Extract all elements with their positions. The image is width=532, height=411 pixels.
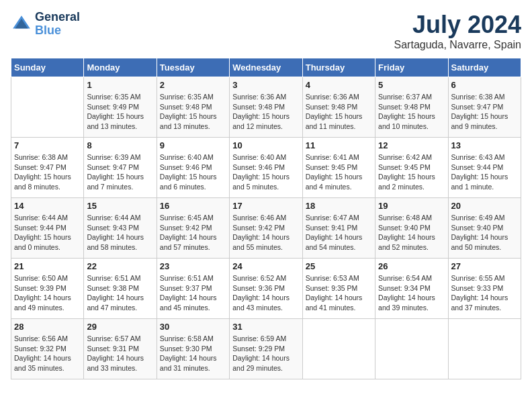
day-number: 7 [14, 140, 81, 150]
calendar-cell: 27Sunrise: 6:55 AM Sunset: 9:33 PM Dayli… [448, 259, 521, 319]
calendar-cell [302, 319, 375, 379]
weekday-header: Sunday [11, 58, 84, 77]
day-info: Sunrise: 6:52 AM Sunset: 9:36 PM Dayligh… [232, 273, 299, 313]
day-number: 13 [451, 140, 518, 150]
day-info: Sunrise: 6:39 AM Sunset: 9:47 PM Dayligh… [87, 152, 153, 192]
day-info: Sunrise: 6:56 AM Sunset: 9:32 PM Dayligh… [14, 334, 81, 373]
day-number: 24 [232, 261, 299, 271]
calendar-cell: 4Sunrise: 6:36 AM Sunset: 9:48 PM Daylig… [302, 77, 375, 138]
calendar-header-row: SundayMondayTuesdayWednesdayThursdayFrid… [11, 58, 521, 77]
calendar-cell: 17Sunrise: 6:46 AM Sunset: 9:42 PM Dayli… [230, 198, 302, 259]
calendar-cell: 24Sunrise: 6:52 AM Sunset: 9:36 PM Dayli… [230, 259, 302, 319]
calendar-week-row: 28Sunrise: 6:56 AM Sunset: 9:32 PM Dayli… [11, 319, 521, 379]
month-year: July 2024 [394, 11, 521, 39]
day-info: Sunrise: 6:44 AM Sunset: 9:44 PM Dayligh… [14, 213, 81, 253]
day-info: Sunrise: 6:58 AM Sunset: 9:30 PM Dayligh… [160, 334, 226, 373]
calendar-cell: 5Sunrise: 6:37 AM Sunset: 9:48 PM Daylig… [375, 77, 448, 138]
calendar-cell: 16Sunrise: 6:45 AM Sunset: 9:42 PM Dayli… [157, 198, 229, 259]
calendar-cell: 13Sunrise: 6:43 AM Sunset: 9:44 PM Dayli… [448, 138, 521, 198]
calendar-cell: 22Sunrise: 6:51 AM Sunset: 9:38 PM Dayli… [84, 259, 157, 319]
calendar-cell: 23Sunrise: 6:51 AM Sunset: 9:37 PM Dayli… [157, 259, 229, 319]
calendar-week-row: 7Sunrise: 6:38 AM Sunset: 9:47 PM Daylig… [11, 138, 521, 198]
calendar-cell: 25Sunrise: 6:53 AM Sunset: 9:35 PM Dayli… [302, 259, 375, 319]
calendar-cell: 10Sunrise: 6:40 AM Sunset: 9:46 PM Dayli… [230, 138, 302, 198]
day-info: Sunrise: 6:48 AM Sunset: 9:40 PM Dayligh… [378, 213, 445, 253]
day-info: Sunrise: 6:35 AM Sunset: 9:49 PM Dayligh… [87, 92, 153, 132]
calendar-cell: 18Sunrise: 6:47 AM Sunset: 9:41 PM Dayli… [302, 198, 375, 259]
calendar-cell: 20Sunrise: 6:49 AM Sunset: 9:40 PM Dayli… [448, 198, 521, 259]
day-number: 17 [232, 201, 299, 211]
day-info: Sunrise: 6:40 AM Sunset: 9:46 PM Dayligh… [232, 152, 299, 192]
day-number: 19 [378, 201, 445, 211]
day-number: 25 [306, 261, 372, 271]
weekday-header: Monday [84, 58, 157, 77]
day-number: 21 [14, 261, 81, 271]
calendar-cell: 26Sunrise: 6:54 AM Sunset: 9:34 PM Dayli… [375, 259, 448, 319]
calendar-cell: 9Sunrise: 6:40 AM Sunset: 9:46 PM Daylig… [157, 138, 229, 198]
day-info: Sunrise: 6:44 AM Sunset: 9:43 PM Dayligh… [87, 213, 153, 253]
day-number: 1 [87, 80, 153, 90]
weekday-header: Friday [375, 58, 448, 77]
location: Sartaguda, Navarre, Spain [394, 39, 521, 51]
logo-line1: General [35, 11, 80, 24]
day-info: Sunrise: 6:42 AM Sunset: 9:45 PM Dayligh… [378, 152, 445, 192]
day-number: 6 [451, 80, 518, 90]
calendar-cell: 28Sunrise: 6:56 AM Sunset: 9:32 PM Dayli… [11, 319, 84, 379]
calendar-cell [448, 319, 521, 379]
day-info: Sunrise: 6:49 AM Sunset: 9:40 PM Dayligh… [451, 213, 518, 253]
calendar-cell: 31Sunrise: 6:59 AM Sunset: 9:29 PM Dayli… [230, 319, 302, 379]
calendar-cell: 21Sunrise: 6:50 AM Sunset: 9:39 PM Dayli… [11, 259, 84, 319]
day-info: Sunrise: 6:51 AM Sunset: 9:37 PM Dayligh… [160, 273, 226, 313]
day-info: Sunrise: 6:36 AM Sunset: 9:48 PM Dayligh… [232, 92, 299, 132]
calendar-table: SundayMondayTuesdayWednesdayThursdayFrid… [11, 58, 521, 379]
day-info: Sunrise: 6:54 AM Sunset: 9:34 PM Dayligh… [378, 273, 445, 313]
day-number: 2 [160, 80, 226, 90]
calendar-cell: 2Sunrise: 6:35 AM Sunset: 9:48 PM Daylig… [157, 77, 229, 138]
day-number: 8 [87, 140, 153, 150]
calendar-cell: 19Sunrise: 6:48 AM Sunset: 9:40 PM Dayli… [375, 198, 448, 259]
day-info: Sunrise: 6:35 AM Sunset: 9:48 PM Dayligh… [160, 92, 226, 132]
calendar-cell [11, 77, 84, 138]
calendar-cell: 11Sunrise: 6:41 AM Sunset: 9:45 PM Dayli… [302, 138, 375, 198]
day-number: 23 [160, 261, 226, 271]
calendar-cell: 1Sunrise: 6:35 AM Sunset: 9:49 PM Daylig… [84, 77, 157, 138]
day-number: 11 [306, 140, 372, 150]
day-info: Sunrise: 6:46 AM Sunset: 9:42 PM Dayligh… [232, 213, 299, 253]
day-number: 30 [160, 322, 226, 332]
calendar-week-row: 14Sunrise: 6:44 AM Sunset: 9:44 PM Dayli… [11, 198, 521, 259]
calendar-week-row: 21Sunrise: 6:50 AM Sunset: 9:39 PM Dayli… [11, 259, 521, 319]
page-header: General Blue July 2024 Sartaguda, Navarr… [11, 11, 521, 51]
day-number: 29 [87, 322, 153, 332]
calendar-cell: 12Sunrise: 6:42 AM Sunset: 9:45 PM Dayli… [375, 138, 448, 198]
day-info: Sunrise: 6:53 AM Sunset: 9:35 PM Dayligh… [306, 273, 372, 313]
day-info: Sunrise: 6:59 AM Sunset: 9:29 PM Dayligh… [232, 334, 299, 373]
calendar-cell: 30Sunrise: 6:58 AM Sunset: 9:30 PM Dayli… [157, 319, 229, 379]
day-info: Sunrise: 6:47 AM Sunset: 9:41 PM Dayligh… [306, 213, 372, 253]
weekday-header: Tuesday [157, 58, 229, 77]
day-info: Sunrise: 6:55 AM Sunset: 9:33 PM Dayligh… [451, 273, 518, 313]
logo-line2: Blue [35, 24, 80, 38]
day-number: 27 [451, 261, 518, 271]
day-number: 22 [87, 261, 153, 271]
calendar-cell [375, 319, 448, 379]
day-number: 10 [232, 140, 299, 150]
day-number: 18 [306, 201, 372, 211]
day-number: 3 [232, 80, 299, 90]
calendar-cell: 29Sunrise: 6:57 AM Sunset: 9:31 PM Dayli… [84, 319, 157, 379]
day-info: Sunrise: 6:36 AM Sunset: 9:48 PM Dayligh… [306, 92, 372, 132]
day-number: 15 [87, 201, 153, 211]
title-section: July 2024 Sartaguda, Navarre, Spain [394, 11, 521, 51]
calendar-cell: 3Sunrise: 6:36 AM Sunset: 9:48 PM Daylig… [230, 77, 302, 138]
day-info: Sunrise: 6:41 AM Sunset: 9:45 PM Dayligh… [306, 152, 372, 192]
calendar-cell: 7Sunrise: 6:38 AM Sunset: 9:47 PM Daylig… [11, 138, 84, 198]
day-info: Sunrise: 6:38 AM Sunset: 9:47 PM Dayligh… [14, 152, 81, 192]
calendar-cell: 14Sunrise: 6:44 AM Sunset: 9:44 PM Dayli… [11, 198, 84, 259]
calendar-cell: 6Sunrise: 6:38 AM Sunset: 9:47 PM Daylig… [448, 77, 521, 138]
weekday-header: Saturday [448, 58, 521, 77]
day-number: 28 [14, 322, 81, 332]
day-info: Sunrise: 6:51 AM Sunset: 9:38 PM Dayligh… [87, 273, 153, 313]
day-info: Sunrise: 6:57 AM Sunset: 9:31 PM Dayligh… [87, 334, 153, 373]
day-info: Sunrise: 6:37 AM Sunset: 9:48 PM Dayligh… [378, 92, 445, 132]
weekday-header: Thursday [302, 58, 375, 77]
logo: General Blue [11, 11, 80, 38]
